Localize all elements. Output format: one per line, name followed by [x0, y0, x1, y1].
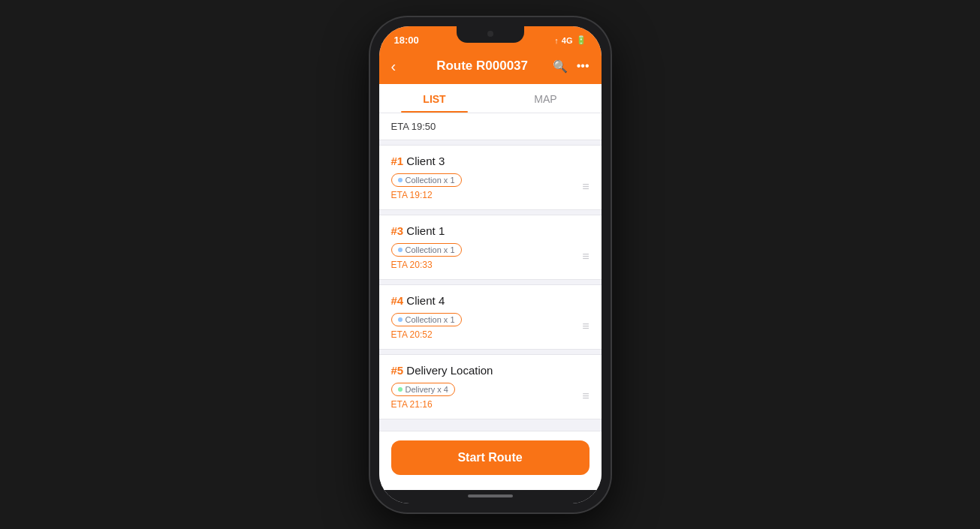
status-time: 18:00 [394, 35, 419, 46]
stop-badge-4: Delivery x 4 [391, 383, 455, 396]
badge-dot-4 [398, 387, 403, 392]
content-area: ETA 19:50 #1 Client 3 Collection x 1 ETA… [379, 113, 602, 431]
stop-details-4: Delivery x 4 ETA 21:16 ≡ [391, 383, 590, 410]
stop-eta-3: ETA 20:52 [391, 329, 462, 340]
stop-badge-1: Collection x 1 [391, 173, 462, 187]
badge-dot-1 [398, 178, 403, 182]
stop-card-3[interactable]: #4 Client 4 Collection x 1 ETA 20:52 ≡ [379, 284, 602, 350]
camera-dot [487, 31, 493, 37]
tab-map[interactable]: MAP [490, 84, 602, 113]
tabs: LIST MAP [379, 84, 602, 113]
start-route-button[interactable]: Start Route [391, 440, 590, 475]
stop-badge-3: Collection x 1 [391, 313, 462, 326]
stop-eta-4: ETA 21:16 [391, 399, 455, 410]
stop-details-2: Collection x 1 ETA 20:33 ≡ [391, 243, 590, 270]
drag-handle-1[interactable]: ≡ [582, 180, 589, 194]
tab-list[interactable]: LIST [379, 84, 490, 113]
stop-info-2: Collection x 1 ETA 20:33 [391, 243, 462, 270]
stop-eta-2: ETA 20:33 [391, 260, 462, 270]
drag-handle-2[interactable]: ≡ [582, 250, 589, 263]
bottom-area: Start Route [379, 431, 602, 490]
stop-name-2: Client 1 [406, 224, 445, 237]
badge-dot-3 [398, 317, 403, 322]
search-icon[interactable]: 🔍 [553, 59, 568, 74]
stop-num-1: #1 [391, 155, 404, 167]
drag-handle-3[interactable]: ≡ [582, 320, 589, 333]
stop-card-4[interactable]: #5 Delivery Location Delivery x 4 ETA 21… [379, 354, 602, 419]
stop-details-3: Collection x 1 ETA 20:52 ≡ [391, 313, 590, 340]
home-indicator [379, 490, 602, 503]
stop-details-1: Collection x 1 ETA 19:12 ≡ [391, 173, 590, 200]
eta-header: ETA 19:50 [379, 113, 602, 140]
nav-actions: 🔍 ••• [553, 59, 590, 74]
phone-screen: 18:00 ↑ 4G 🔋 ‹ Route R000037 🔍 ••• LIST … [379, 26, 602, 503]
phone-frame: 18:00 ↑ 4G 🔋 ‹ Route R000037 🔍 ••• LIST … [370, 17, 611, 512]
notch [457, 26, 524, 43]
stop-info-1: Collection x 1 ETA 19:12 [391, 173, 462, 200]
stop-num-2: #3 [391, 224, 404, 237]
stop-title-4: #5 Delivery Location [391, 364, 590, 377]
nav-title: Route R000037 [436, 59, 528, 74]
signal-icon: ↑ [554, 36, 559, 45]
network-label: 4G [562, 36, 573, 45]
battery-icon: 🔋 [576, 35, 586, 45]
back-button[interactable]: ‹ [391, 58, 412, 75]
nav-bar: ‹ Route R000037 🔍 ••• [379, 52, 602, 84]
stop-num-3: #4 [391, 294, 404, 307]
stop-title-3: #4 Client 4 [391, 294, 590, 307]
eta-header-text: ETA 19:50 [391, 121, 436, 132]
stop-card-1[interactable]: #1 Client 3 Collection x 1 ETA 19:12 ≡ [379, 145, 602, 210]
stop-card-2[interactable]: #3 Client 1 Collection x 1 ETA 20:33 ≡ [379, 215, 602, 280]
badge-dot-2 [398, 248, 403, 252]
stop-title-1: #1 Client 3 [391, 155, 590, 167]
stop-info-4: Delivery x 4 ETA 21:16 [391, 383, 455, 410]
home-bar [468, 494, 513, 497]
stop-name-1: Client 3 [406, 155, 445, 167]
stop-info-3: Collection x 1 ETA 20:52 [391, 313, 462, 340]
stop-title-2: #3 Client 1 [391, 224, 590, 237]
stop-num-4: #5 [391, 364, 404, 377]
drag-handle-4[interactable]: ≡ [582, 389, 589, 403]
stop-eta-1: ETA 19:12 [391, 190, 462, 200]
stop-badge-2: Collection x 1 [391, 243, 462, 257]
more-icon[interactable]: ••• [577, 59, 590, 73]
status-icons: ↑ 4G 🔋 [554, 35, 586, 45]
stop-name-4: Delivery Location [406, 364, 493, 377]
stop-name-3: Client 4 [406, 294, 445, 307]
